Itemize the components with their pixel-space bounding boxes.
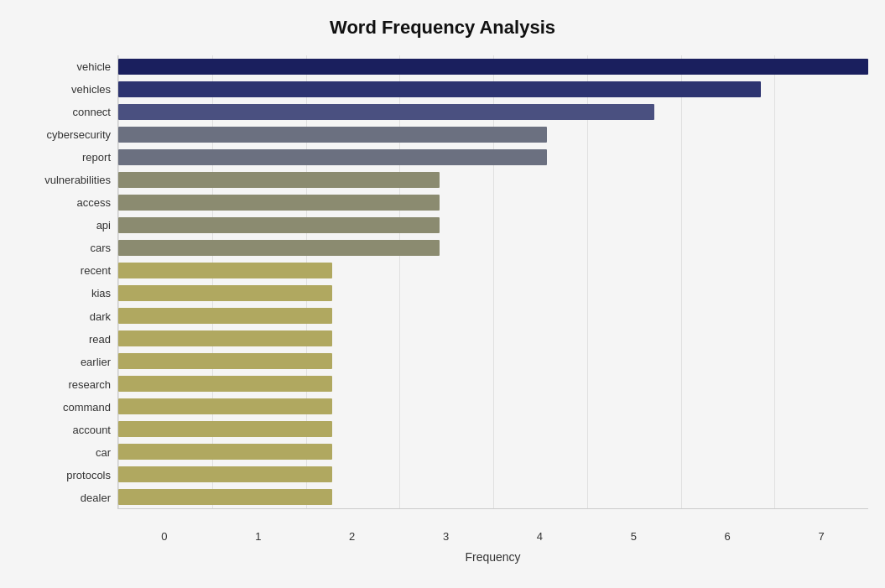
y-label-protocols: protocols — [17, 464, 111, 487]
bar-row-vehicle — [118, 55, 868, 78]
y-label-car: car — [17, 441, 111, 464]
y-label-vehicles: vehicles — [17, 78, 111, 101]
x-tick-container-6: 6 — [680, 527, 774, 543]
bar-car — [118, 444, 332, 459]
x-tick-label-7: 7 — [818, 530, 824, 543]
chart-title: Word Frequency Analysis — [17, 17, 868, 39]
y-axis: vehiclevehiclesconnectcybersecurityrepor… — [17, 55, 117, 509]
bar-vulnerabilities — [118, 172, 440, 187]
bar-row-cybersecurity — [118, 123, 868, 146]
y-label-earlier: earlier — [17, 351, 111, 373]
y-label-access: access — [17, 191, 111, 214]
x-tick-label-1: 1 — [255, 530, 261, 543]
bar-api — [118, 217, 440, 232]
bar-row-account — [118, 418, 868, 440]
bar-row-api — [118, 214, 868, 237]
bar-row-report — [118, 146, 868, 169]
y-label-account: account — [17, 419, 111, 441]
bar-kias — [118, 285, 332, 300]
bar-row-recent — [118, 259, 868, 282]
x-tick-container-0: 0 — [117, 527, 211, 543]
bar-vehicle — [118, 59, 868, 74]
bar-research — [118, 376, 332, 391]
x-tick-container-1: 1 — [211, 527, 305, 543]
chart-area: vehiclevehiclesconnectcybersecurityrepor… — [17, 55, 868, 509]
bar-access — [118, 195, 440, 210]
bar-row-read — [118, 327, 868, 350]
y-label-read: read — [17, 328, 111, 351]
bar-row-vulnerabilities — [118, 169, 868, 191]
y-label-vulnerabilities: vulnerabilities — [17, 169, 111, 191]
bar-row-vehicles — [118, 78, 868, 101]
y-label-recent: recent — [17, 259, 111, 282]
x-tick-container-5: 5 — [586, 527, 680, 543]
bar-row-access — [118, 191, 868, 214]
bar-earlier — [118, 353, 332, 368]
y-label-api: api — [17, 214, 111, 237]
bar-row-connect — [118, 101, 868, 123]
bar-row-dealer — [118, 486, 868, 508]
y-label-command: command — [17, 396, 111, 419]
bar-vehicles — [118, 81, 761, 96]
bar-row-command — [118, 395, 868, 418]
bar-recent — [118, 263, 332, 278]
bar-dealer — [118, 489, 332, 504]
bar-report — [118, 149, 547, 164]
x-tick-container-2: 2 — [305, 527, 399, 543]
bar-row-car — [118, 440, 868, 463]
x-tick-label-4: 4 — [537, 530, 543, 543]
x-tick-container-4: 4 — [493, 527, 587, 543]
x-axis-title: Frequency — [117, 550, 868, 564]
x-tick-label-3: 3 — [443, 530, 449, 543]
bar-cars — [118, 240, 440, 255]
y-label-kias: kias — [17, 282, 111, 304]
bar-protocols — [118, 466, 332, 481]
bar-row-protocols — [118, 463, 868, 486]
x-tick-container-7: 7 — [774, 527, 868, 543]
bar-row-earlier — [118, 350, 868, 372]
y-label-dealer: dealer — [17, 487, 111, 509]
x-tick-label-0: 0 — [161, 530, 167, 543]
x-tick-label-6: 6 — [725, 530, 731, 543]
x-tick-label-2: 2 — [349, 530, 355, 543]
x-tick-container-3: 3 — [399, 527, 493, 543]
bar-row-research — [118, 372, 868, 395]
x-tick-label-5: 5 — [631, 530, 637, 543]
y-label-report: report — [17, 146, 111, 169]
y-label-connect: connect — [17, 101, 111, 123]
bar-read — [118, 330, 332, 346]
bar-account — [118, 421, 332, 436]
bar-row-dark — [118, 304, 868, 327]
y-label-cybersecurity: cybersecurity — [17, 123, 111, 146]
y-label-cars: cars — [17, 237, 111, 259]
y-label-dark: dark — [17, 305, 111, 328]
y-label-vehicle: vehicle — [17, 55, 111, 78]
bar-dark — [118, 308, 332, 323]
bar-command — [118, 398, 332, 414]
plot-area — [117, 55, 868, 509]
y-label-research: research — [17, 373, 111, 396]
chart-container: Word Frequency Analysis vehiclevehiclesc… — [0, 0, 885, 588]
bar-connect — [118, 104, 654, 119]
bar-cybersecurity — [118, 127, 547, 142]
bar-row-kias — [118, 282, 868, 304]
x-axis: 01234567 — [117, 527, 868, 543]
bar-row-cars — [118, 237, 868, 259]
